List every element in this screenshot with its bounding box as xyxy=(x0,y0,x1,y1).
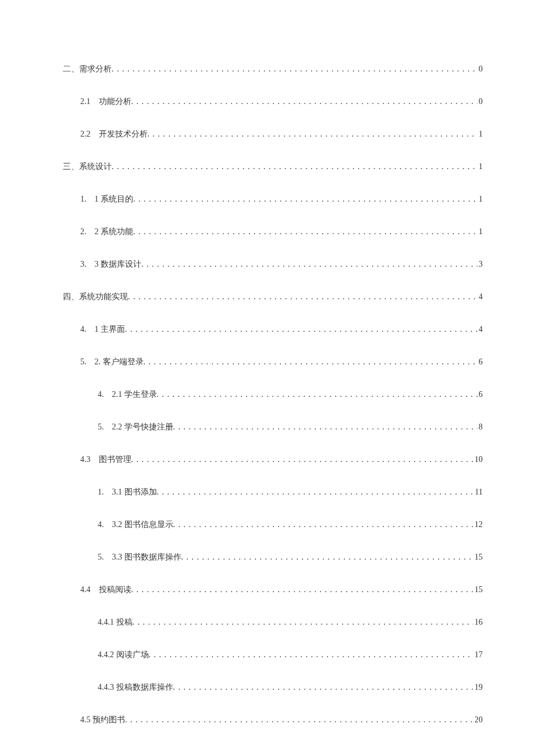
toc-entry-number: 4.4 xyxy=(80,585,91,594)
toc-entry-label: 需求分析 xyxy=(79,64,112,74)
toc-entry-number: 4. xyxy=(98,390,104,399)
toc-entry[interactable]: 3. 3 数据库设计 3 xyxy=(63,259,483,270)
toc-entry-gap xyxy=(104,487,112,497)
toc-entry[interactable]: 4.4.3 投稿数据库操作 19 xyxy=(63,682,483,693)
toc-entry[interactable]: 4.5 预约图书20 xyxy=(63,715,483,725)
toc-entry-page: 4 xyxy=(477,292,483,302)
toc-entry-gap xyxy=(104,422,112,432)
toc-entry-label: 开发技术分析 xyxy=(99,129,148,139)
toc-entry-page: 1 xyxy=(477,227,483,237)
toc-leader-dots xyxy=(133,227,477,237)
toc-entry-gap xyxy=(91,585,99,595)
toc-entry-gap xyxy=(87,194,95,205)
toc-entry-number: 3. xyxy=(80,260,87,269)
toc-leader-dots xyxy=(157,488,474,497)
toc-leader-dots xyxy=(144,357,478,367)
toc-entry-page: 3 xyxy=(477,260,483,269)
toc-entry-page: 1 xyxy=(477,130,483,139)
toc-entry[interactable]: 4.4.2 阅读广场17 xyxy=(63,650,483,660)
toc-entry-label: 3.2 图书信息显示 xyxy=(112,519,173,530)
toc-entry-number: 2.1 xyxy=(80,97,91,106)
toc-entry-label: 2.1 学生登录 xyxy=(112,389,157,400)
toc-entry-label: 4.4.3 投稿数据库操作 xyxy=(98,682,173,693)
toc-entry-page: 0 xyxy=(477,65,483,74)
toc-entry-page: 12 xyxy=(473,520,483,529)
toc-entry-label: 图书管理 xyxy=(99,454,131,465)
toc-entry-page: 15 xyxy=(473,585,483,594)
toc-entry[interactable]: 4.4.1 投稿16 xyxy=(63,617,483,628)
toc-entry-number: 2.2 xyxy=(80,130,91,139)
toc-entry[interactable]: 5. 3.3 图书数据库操作 15 xyxy=(63,552,483,562)
table-of-contents: 二、需求分析02.1 功能分析02.2 开发技术分析1三、系统设计11. 1 系… xyxy=(63,64,483,725)
toc-entry-label: 4.4.1 投稿 xyxy=(98,617,133,628)
toc-leader-dots xyxy=(125,715,473,725)
toc-entry-gap xyxy=(91,454,99,465)
toc-entry[interactable]: 四、系统功能实现4 xyxy=(63,292,483,302)
toc-entry-gap xyxy=(87,259,95,270)
toc-entry-label: 系统功能实现 xyxy=(79,292,128,302)
toc-entry-label: 2. 客户端登录 xyxy=(95,357,144,367)
toc-entry-number: 三、 xyxy=(63,162,79,172)
toc-entry-number: 5. xyxy=(80,357,87,367)
toc-entry[interactable]: 2.2 开发技术分析1 xyxy=(63,129,483,139)
toc-entry-gap xyxy=(87,357,95,367)
toc-leader-dots xyxy=(125,325,477,334)
toc-entry-page: 4 xyxy=(477,325,483,334)
toc-leader-dots xyxy=(149,650,474,660)
toc-entry[interactable]: 1. 3.1 图书添加 11 xyxy=(63,487,483,497)
toc-leader-dots xyxy=(131,455,474,464)
toc-entry-gap xyxy=(91,129,99,139)
toc-entry-page: 11 xyxy=(474,488,483,497)
toc-entry-label: 系统设计 xyxy=(79,162,112,172)
toc-entry-label: 4.4.2 阅读广场 xyxy=(98,650,149,660)
toc-entry-label: 1 主界面 xyxy=(95,324,126,335)
toc-leader-dots xyxy=(131,585,474,594)
toc-entry-label: 1 系统目的 xyxy=(95,194,134,205)
toc-entry-page: 17 xyxy=(473,650,483,660)
toc-entry[interactable]: 4.3 图书管理 10 xyxy=(63,454,483,465)
toc-entry-page: 1 xyxy=(477,162,483,171)
toc-leader-dots xyxy=(157,390,478,399)
toc-entry-page: 6 xyxy=(477,357,483,367)
toc-entry[interactable]: 二、需求分析0 xyxy=(63,64,483,74)
toc-entry-label: 3.1 图书添加 xyxy=(112,487,157,497)
toc-entry-number: 5. xyxy=(98,422,104,432)
toc-entry-gap xyxy=(104,389,112,400)
toc-leader-dots xyxy=(128,292,477,302)
toc-leader-dots xyxy=(141,260,477,269)
toc-entry[interactable]: 4. 1 主界面 4 xyxy=(63,324,483,335)
toc-entry[interactable]: 三、系统设计1 xyxy=(63,162,483,172)
toc-entry[interactable]: 1. 1 系统目的 1 xyxy=(63,194,483,205)
toc-entry-number: 二、 xyxy=(63,64,79,74)
toc-entry[interactable]: 4. 3.2 图书信息显示 12 xyxy=(63,519,483,530)
toc-entry-gap xyxy=(87,324,95,335)
toc-entry-label: 投稿阅读 xyxy=(99,585,131,595)
toc-entry-gap xyxy=(104,519,112,530)
toc-entry-number: 4.3 xyxy=(80,455,91,464)
toc-entry-page: 19 xyxy=(473,683,483,692)
toc-entry-page: 15 xyxy=(473,553,483,562)
toc-entry[interactable]: 4.4 投稿阅读 15 xyxy=(63,585,483,595)
toc-entry-label: 功能分析 xyxy=(99,96,131,107)
toc-entry[interactable]: 4. 2.1 学生登录 6 xyxy=(63,389,483,400)
toc-entry-page: 8 xyxy=(477,422,483,432)
toc-entry-page: 1 xyxy=(477,195,483,204)
toc-entry-number: 4. xyxy=(98,520,104,529)
toc-leader-dots xyxy=(133,195,477,204)
toc-entry[interactable]: 2.1 功能分析0 xyxy=(63,96,483,107)
toc-entry-gap xyxy=(104,552,112,562)
toc-entry-page: 20 xyxy=(473,715,483,725)
toc-entry[interactable]: 5. 2.2 学号快捷注册 8 xyxy=(63,422,483,432)
toc-leader-dots xyxy=(131,97,478,106)
toc-leader-dots xyxy=(133,618,474,627)
toc-entry[interactable]: 5. 2. 客户端登录6 xyxy=(63,357,483,367)
toc-leader-dots xyxy=(181,553,474,562)
toc-entry-number: 4. xyxy=(80,325,87,334)
toc-entry-number: 1. xyxy=(98,488,104,497)
toc-entry[interactable]: 2. 2 系统功能 1 xyxy=(63,227,483,237)
toc-entry-label: 3 数据库设计 xyxy=(95,259,142,270)
toc-leader-dots xyxy=(112,162,477,171)
toc-leader-dots xyxy=(173,422,478,432)
toc-entry-number: 5. xyxy=(98,553,104,562)
toc-entry-gap xyxy=(87,227,95,237)
